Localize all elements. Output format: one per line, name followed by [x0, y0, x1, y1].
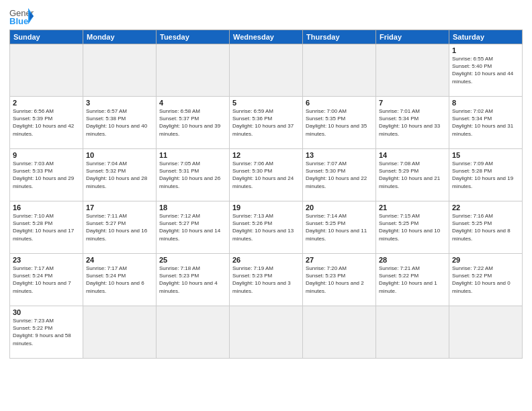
day-info: Sunrise: 7:21 AMSunset: 5:22 PMDaylight:… — [379, 265, 446, 295]
day-number: 16 — [13, 203, 80, 212]
day-number: 25 — [159, 256, 226, 264]
day-number: 29 — [452, 256, 519, 264]
calendar-cell: 10Sunrise: 7:04 AMSunset: 5:32 PMDayligh… — [83, 149, 157, 201]
day-info: Sunrise: 6:58 AMSunset: 5:37 PMDaylight:… — [159, 107, 226, 138]
calendar-cell: 22Sunrise: 7:16 AMSunset: 5:25 PMDayligh… — [449, 201, 523, 254]
calendar-cell — [449, 306, 523, 359]
calendar-cell — [83, 306, 157, 359]
day-info: Sunrise: 7:09 AMSunset: 5:28 PMDaylight:… — [452, 160, 519, 190]
day-number: 12 — [232, 151, 300, 159]
calendar-cell — [230, 44, 303, 97]
day-info: Sunrise: 7:04 AMSunset: 5:32 PMDaylight:… — [86, 160, 153, 190]
calendar-cell — [157, 306, 230, 359]
day-info: Sunrise: 7:12 AMSunset: 5:27 PMDaylight:… — [159, 212, 226, 242]
day-info: Sunrise: 6:55 AMSunset: 5:40 PMDaylight:… — [452, 55, 519, 85]
day-number: 19 — [232, 203, 300, 212]
day-info: Sunrise: 7:22 AMSunset: 5:22 PMDaylight:… — [452, 265, 519, 295]
calendar-cell: 6Sunrise: 7:00 AMSunset: 5:35 PMDaylight… — [303, 97, 376, 149]
calendar-cell: 8Sunrise: 7:02 AMSunset: 5:34 PMDaylight… — [449, 97, 523, 149]
calendar-cell: 2Sunrise: 6:56 AMSunset: 5:39 PMDaylight… — [10, 97, 83, 149]
day-number: 4 — [159, 99, 226, 107]
page: General Blue SundayMondayTuesdayWednesda… — [0, 0, 532, 411]
calendar-cell: 17Sunrise: 7:11 AMSunset: 5:27 PMDayligh… — [83, 201, 157, 254]
day-info: Sunrise: 7:23 AMSunset: 5:22 PMDaylight:… — [13, 317, 80, 347]
day-of-week-thursday: Thursday — [303, 30, 376, 44]
day-number: 26 — [232, 256, 300, 264]
day-info: Sunrise: 7:11 AMSunset: 5:27 PMDaylight:… — [86, 212, 153, 242]
calendar-cell: 9Sunrise: 7:03 AMSunset: 5:33 PMDaylight… — [10, 149, 83, 201]
day-number: 28 — [379, 256, 446, 264]
day-number: 30 — [13, 308, 80, 316]
day-info: Sunrise: 7:17 AMSunset: 5:24 PMDaylight:… — [86, 265, 153, 295]
day-info: Sunrise: 7:05 AMSunset: 5:31 PMDaylight:… — [159, 160, 226, 190]
calendar-cell — [303, 306, 376, 359]
day-number: 9 — [13, 151, 80, 159]
calendar-cell — [83, 44, 157, 97]
header: General Blue — [9, 7, 523, 26]
calendar-cell: 13Sunrise: 7:07 AMSunset: 5:30 PMDayligh… — [303, 149, 376, 201]
calendar-header-row: SundayMondayTuesdayWednesdayThursdayFrid… — [10, 30, 523, 44]
day-info: Sunrise: 7:10 AMSunset: 5:28 PMDaylight:… — [13, 212, 80, 242]
day-info: Sunrise: 7:13 AMSunset: 5:26 PMDaylight:… — [232, 212, 300, 242]
day-number: 10 — [86, 151, 153, 159]
day-number: 23 — [13, 256, 80, 264]
day-info: Sunrise: 7:18 AMSunset: 5:23 PMDaylight:… — [159, 265, 226, 295]
day-number: 7 — [379, 99, 446, 107]
svg-text:Blue: Blue — [9, 16, 28, 26]
day-info: Sunrise: 6:56 AMSunset: 5:39 PMDaylight:… — [13, 107, 80, 138]
calendar-cell: 27Sunrise: 7:20 AMSunset: 5:23 PMDayligh… — [303, 254, 376, 306]
logo-icon: General Blue — [9, 7, 34, 26]
day-number: 1 — [452, 46, 519, 54]
day-number: 8 — [452, 99, 519, 107]
day-of-week-wednesday: Wednesday — [230, 30, 303, 44]
calendar-cell: 23Sunrise: 7:17 AMSunset: 5:24 PMDayligh… — [10, 254, 83, 306]
calendar-cell: 21Sunrise: 7:15 AMSunset: 5:25 PMDayligh… — [376, 201, 449, 254]
day-info: Sunrise: 7:20 AMSunset: 5:23 PMDaylight:… — [306, 265, 373, 295]
day-info: Sunrise: 7:06 AMSunset: 5:30 PMDaylight:… — [232, 160, 300, 190]
calendar-cell: 3Sunrise: 6:57 AMSunset: 5:38 PMDaylight… — [83, 97, 157, 149]
day-info: Sunrise: 7:16 AMSunset: 5:25 PMDaylight:… — [452, 212, 519, 242]
calendar-cell: 1Sunrise: 6:55 AMSunset: 5:40 PMDaylight… — [449, 44, 523, 97]
day-info: Sunrise: 7:00 AMSunset: 5:35 PMDaylight:… — [306, 107, 373, 138]
calendar: SundayMondayTuesdayWednesdayThursdayFrid… — [9, 30, 523, 359]
day-number: 11 — [159, 151, 226, 159]
day-of-week-monday: Monday — [83, 30, 157, 44]
day-number: 24 — [86, 256, 153, 264]
calendar-cell: 4Sunrise: 6:58 AMSunset: 5:37 PMDaylight… — [157, 97, 230, 149]
calendar-cell: 26Sunrise: 7:19 AMSunset: 5:23 PMDayligh… — [230, 254, 303, 306]
day-info: Sunrise: 6:59 AMSunset: 5:36 PMDaylight:… — [232, 107, 300, 138]
day-number: 13 — [306, 151, 373, 159]
day-of-week-friday: Friday — [376, 30, 449, 44]
day-info: Sunrise: 7:08 AMSunset: 5:29 PMDaylight:… — [379, 160, 446, 190]
day-number: 20 — [306, 203, 373, 212]
day-info: Sunrise: 7:19 AMSunset: 5:23 PMDaylight:… — [232, 265, 300, 295]
calendar-cell: 18Sunrise: 7:12 AMSunset: 5:27 PMDayligh… — [157, 201, 230, 254]
day-number: 21 — [379, 203, 446, 212]
calendar-cell: 24Sunrise: 7:17 AMSunset: 5:24 PMDayligh… — [83, 254, 157, 306]
day-of-week-sunday: Sunday — [10, 30, 83, 44]
day-number: 18 — [159, 203, 226, 212]
calendar-cell: 29Sunrise: 7:22 AMSunset: 5:22 PMDayligh… — [449, 254, 523, 306]
day-info: Sunrise: 6:57 AMSunset: 5:38 PMDaylight:… — [86, 107, 153, 138]
day-info: Sunrise: 7:01 AMSunset: 5:34 PMDaylight:… — [379, 107, 446, 138]
calendar-cell — [376, 306, 449, 359]
calendar-cell: 16Sunrise: 7:10 AMSunset: 5:28 PMDayligh… — [10, 201, 83, 254]
day-number: 14 — [379, 151, 446, 159]
calendar-cell: 30Sunrise: 7:23 AMSunset: 5:22 PMDayligh… — [10, 306, 83, 359]
day-number: 2 — [13, 99, 80, 107]
calendar-cell — [157, 44, 230, 97]
calendar-cell — [376, 44, 449, 97]
day-number: 17 — [86, 203, 153, 212]
logo: General Blue — [9, 7, 34, 26]
day-number: 22 — [452, 203, 519, 212]
day-info: Sunrise: 7:15 AMSunset: 5:25 PMDaylight:… — [379, 212, 446, 242]
day-of-week-tuesday: Tuesday — [157, 30, 230, 44]
calendar-cell — [230, 306, 303, 359]
calendar-cell: 14Sunrise: 7:08 AMSunset: 5:29 PMDayligh… — [376, 149, 449, 201]
calendar-cell: 5Sunrise: 6:59 AMSunset: 5:36 PMDaylight… — [230, 97, 303, 149]
calendar-cell: 19Sunrise: 7:13 AMSunset: 5:26 PMDayligh… — [230, 201, 303, 254]
calendar-cell: 11Sunrise: 7:05 AMSunset: 5:31 PMDayligh… — [157, 149, 230, 201]
calendar-cell: 20Sunrise: 7:14 AMSunset: 5:25 PMDayligh… — [303, 201, 376, 254]
day-info: Sunrise: 7:14 AMSunset: 5:25 PMDaylight:… — [306, 212, 373, 242]
calendar-cell: 12Sunrise: 7:06 AMSunset: 5:30 PMDayligh… — [230, 149, 303, 201]
